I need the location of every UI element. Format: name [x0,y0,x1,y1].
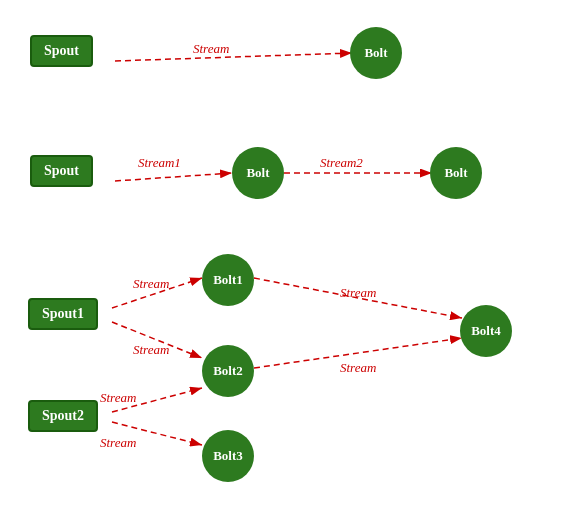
spout-1: Spout [30,35,93,67]
stream-label-3e: Stream [100,390,136,406]
bolt-2a: Bolt [232,147,284,199]
stream-label-1: Stream [193,41,229,57]
bolt-2b: Bolt [430,147,482,199]
bolt-3b: Bolt2 [202,345,254,397]
stream-label-3d: Stream [340,360,376,376]
stream-label-2b: Stream2 [320,155,363,171]
bolt-3c: Bolt3 [202,430,254,482]
stream-label-3b: Stream [133,342,169,358]
arrows-svg [0,0,562,514]
spout-3a: Spout1 [28,298,98,330]
bolt-1: Bolt [350,27,402,79]
svg-line-1 [115,53,352,61]
svg-line-2 [115,173,232,181]
bolt-3a: Bolt1 [202,254,254,306]
spout-2: Spout [30,155,93,187]
bolt-3d: Bolt4 [460,305,512,357]
stream-label-3c: Stream [340,285,376,301]
spout-3b: Spout2 [28,400,98,432]
stream-label-3a: Stream [133,276,169,292]
stream-label-2a: Stream1 [138,155,181,171]
topology-diagram: Spout Bolt Stream Spout Bolt Bolt Stream… [0,0,562,514]
stream-label-3f: Stream [100,435,136,451]
